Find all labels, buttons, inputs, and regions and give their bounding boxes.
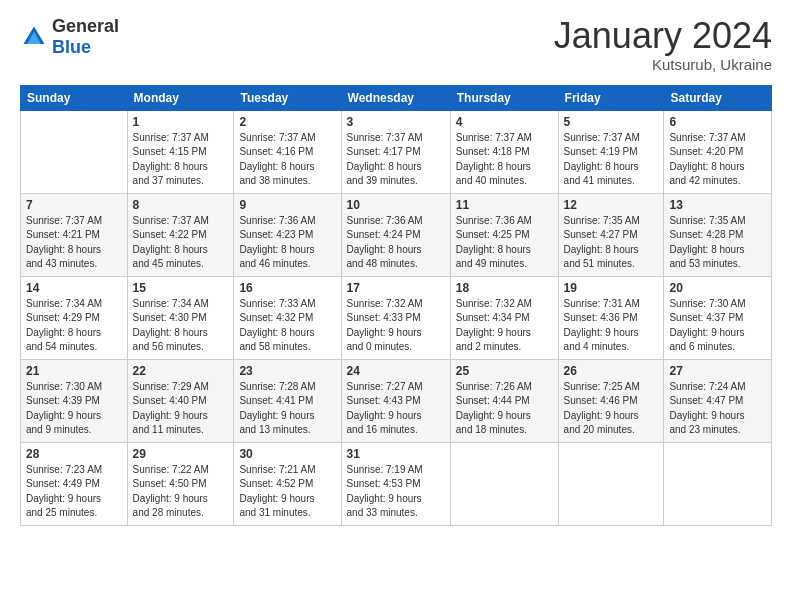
day-info: Sunrise: 7:25 AM Sunset: 4:46 PM Dayligh… xyxy=(564,380,659,438)
day-number: 10 xyxy=(347,198,445,212)
day-info: Sunrise: 7:37 AM Sunset: 4:19 PM Dayligh… xyxy=(564,131,659,189)
day-info: Sunrise: 7:37 AM Sunset: 4:20 PM Dayligh… xyxy=(669,131,766,189)
calendar-cell: 26Sunrise: 7:25 AM Sunset: 4:46 PM Dayli… xyxy=(558,359,664,442)
day-number: 19 xyxy=(564,281,659,295)
logo: General Blue xyxy=(20,16,119,58)
calendar-cell: 22Sunrise: 7:29 AM Sunset: 4:40 PM Dayli… xyxy=(127,359,234,442)
day-number: 13 xyxy=(669,198,766,212)
calendar-cell: 30Sunrise: 7:21 AM Sunset: 4:52 PM Dayli… xyxy=(234,442,341,525)
day-number: 14 xyxy=(26,281,122,295)
calendar-cell: 9Sunrise: 7:36 AM Sunset: 4:23 PM Daylig… xyxy=(234,193,341,276)
day-number: 11 xyxy=(456,198,553,212)
day-info: Sunrise: 7:37 AM Sunset: 4:16 PM Dayligh… xyxy=(239,131,335,189)
day-info: Sunrise: 7:36 AM Sunset: 4:24 PM Dayligh… xyxy=(347,214,445,272)
day-info: Sunrise: 7:30 AM Sunset: 4:39 PM Dayligh… xyxy=(26,380,122,438)
day-info: Sunrise: 7:34 AM Sunset: 4:30 PM Dayligh… xyxy=(133,297,229,355)
calendar-cell: 27Sunrise: 7:24 AM Sunset: 4:47 PM Dayli… xyxy=(664,359,772,442)
day-info: Sunrise: 7:32 AM Sunset: 4:34 PM Dayligh… xyxy=(456,297,553,355)
calendar-cell: 13Sunrise: 7:35 AM Sunset: 4:28 PM Dayli… xyxy=(664,193,772,276)
calendar-cell: 31Sunrise: 7:19 AM Sunset: 4:53 PM Dayli… xyxy=(341,442,450,525)
calendar-week-row: 21Sunrise: 7:30 AM Sunset: 4:39 PM Dayli… xyxy=(21,359,772,442)
day-info: Sunrise: 7:31 AM Sunset: 4:36 PM Dayligh… xyxy=(564,297,659,355)
day-number: 17 xyxy=(347,281,445,295)
day-number: 20 xyxy=(669,281,766,295)
day-info: Sunrise: 7:33 AM Sunset: 4:32 PM Dayligh… xyxy=(239,297,335,355)
day-number: 9 xyxy=(239,198,335,212)
day-number: 26 xyxy=(564,364,659,378)
day-info: Sunrise: 7:37 AM Sunset: 4:15 PM Dayligh… xyxy=(133,131,229,189)
logo-general: General xyxy=(52,16,119,36)
calendar-cell: 25Sunrise: 7:26 AM Sunset: 4:44 PM Dayli… xyxy=(450,359,558,442)
day-number: 15 xyxy=(133,281,229,295)
day-info: Sunrise: 7:19 AM Sunset: 4:53 PM Dayligh… xyxy=(347,463,445,521)
day-number: 7 xyxy=(26,198,122,212)
calendar-week-row: 28Sunrise: 7:23 AM Sunset: 4:49 PM Dayli… xyxy=(21,442,772,525)
calendar-table: SundayMondayTuesdayWednesdayThursdayFrid… xyxy=(20,85,772,526)
day-info: Sunrise: 7:28 AM Sunset: 4:41 PM Dayligh… xyxy=(239,380,335,438)
location: Kutsurub, Ukraine xyxy=(554,56,772,73)
logo-icon xyxy=(20,23,48,51)
calendar-cell: 8Sunrise: 7:37 AM Sunset: 4:22 PM Daylig… xyxy=(127,193,234,276)
calendar-cell: 1Sunrise: 7:37 AM Sunset: 4:15 PM Daylig… xyxy=(127,110,234,193)
day-number: 6 xyxy=(669,115,766,129)
day-info: Sunrise: 7:23 AM Sunset: 4:49 PM Dayligh… xyxy=(26,463,122,521)
day-number: 18 xyxy=(456,281,553,295)
calendar-cell: 20Sunrise: 7:30 AM Sunset: 4:37 PM Dayli… xyxy=(664,276,772,359)
day-info: Sunrise: 7:37 AM Sunset: 4:18 PM Dayligh… xyxy=(456,131,553,189)
calendar-cell: 6Sunrise: 7:37 AM Sunset: 4:20 PM Daylig… xyxy=(664,110,772,193)
calendar-week-row: 14Sunrise: 7:34 AM Sunset: 4:29 PM Dayli… xyxy=(21,276,772,359)
day-number: 4 xyxy=(456,115,553,129)
calendar-cell xyxy=(664,442,772,525)
calendar-cell xyxy=(558,442,664,525)
weekday-header: Tuesday xyxy=(234,85,341,110)
day-info: Sunrise: 7:37 AM Sunset: 4:17 PM Dayligh… xyxy=(347,131,445,189)
calendar-cell xyxy=(21,110,128,193)
calendar-cell: 5Sunrise: 7:37 AM Sunset: 4:19 PM Daylig… xyxy=(558,110,664,193)
calendar-cell: 28Sunrise: 7:23 AM Sunset: 4:49 PM Dayli… xyxy=(21,442,128,525)
day-info: Sunrise: 7:24 AM Sunset: 4:47 PM Dayligh… xyxy=(669,380,766,438)
calendar-cell: 3Sunrise: 7:37 AM Sunset: 4:17 PM Daylig… xyxy=(341,110,450,193)
day-info: Sunrise: 7:36 AM Sunset: 4:23 PM Dayligh… xyxy=(239,214,335,272)
calendar-cell: 18Sunrise: 7:32 AM Sunset: 4:34 PM Dayli… xyxy=(450,276,558,359)
day-info: Sunrise: 7:36 AM Sunset: 4:25 PM Dayligh… xyxy=(456,214,553,272)
day-number: 21 xyxy=(26,364,122,378)
calendar-cell: 16Sunrise: 7:33 AM Sunset: 4:32 PM Dayli… xyxy=(234,276,341,359)
day-info: Sunrise: 7:37 AM Sunset: 4:22 PM Dayligh… xyxy=(133,214,229,272)
calendar-cell: 10Sunrise: 7:36 AM Sunset: 4:24 PM Dayli… xyxy=(341,193,450,276)
day-number: 29 xyxy=(133,447,229,461)
day-info: Sunrise: 7:27 AM Sunset: 4:43 PM Dayligh… xyxy=(347,380,445,438)
day-info: Sunrise: 7:35 AM Sunset: 4:28 PM Dayligh… xyxy=(669,214,766,272)
weekday-header: Wednesday xyxy=(341,85,450,110)
day-number: 25 xyxy=(456,364,553,378)
weekday-header: Friday xyxy=(558,85,664,110)
calendar-cell: 2Sunrise: 7:37 AM Sunset: 4:16 PM Daylig… xyxy=(234,110,341,193)
month-title: January 2024 xyxy=(554,16,772,56)
day-info: Sunrise: 7:21 AM Sunset: 4:52 PM Dayligh… xyxy=(239,463,335,521)
day-number: 28 xyxy=(26,447,122,461)
calendar-cell: 23Sunrise: 7:28 AM Sunset: 4:41 PM Dayli… xyxy=(234,359,341,442)
day-number: 22 xyxy=(133,364,229,378)
header: General Blue January 2024 Kutsurub, Ukra… xyxy=(20,16,772,73)
calendar-cell: 19Sunrise: 7:31 AM Sunset: 4:36 PM Dayli… xyxy=(558,276,664,359)
calendar-header-row: SundayMondayTuesdayWednesdayThursdayFrid… xyxy=(21,85,772,110)
weekday-header: Monday xyxy=(127,85,234,110)
page-container: General Blue January 2024 Kutsurub, Ukra… xyxy=(0,0,792,538)
day-info: Sunrise: 7:35 AM Sunset: 4:27 PM Dayligh… xyxy=(564,214,659,272)
day-number: 30 xyxy=(239,447,335,461)
day-number: 24 xyxy=(347,364,445,378)
calendar-cell: 24Sunrise: 7:27 AM Sunset: 4:43 PM Dayli… xyxy=(341,359,450,442)
calendar-cell: 17Sunrise: 7:32 AM Sunset: 4:33 PM Dayli… xyxy=(341,276,450,359)
day-info: Sunrise: 7:22 AM Sunset: 4:50 PM Dayligh… xyxy=(133,463,229,521)
day-number: 31 xyxy=(347,447,445,461)
logo-blue: Blue xyxy=(52,37,91,57)
calendar-cell: 14Sunrise: 7:34 AM Sunset: 4:29 PM Dayli… xyxy=(21,276,128,359)
weekday-header: Sunday xyxy=(21,85,128,110)
calendar-cell: 7Sunrise: 7:37 AM Sunset: 4:21 PM Daylig… xyxy=(21,193,128,276)
day-number: 27 xyxy=(669,364,766,378)
day-info: Sunrise: 7:32 AM Sunset: 4:33 PM Dayligh… xyxy=(347,297,445,355)
day-number: 1 xyxy=(133,115,229,129)
calendar-cell: 21Sunrise: 7:30 AM Sunset: 4:39 PM Dayli… xyxy=(21,359,128,442)
day-info: Sunrise: 7:26 AM Sunset: 4:44 PM Dayligh… xyxy=(456,380,553,438)
weekday-header: Saturday xyxy=(664,85,772,110)
calendar-cell xyxy=(450,442,558,525)
